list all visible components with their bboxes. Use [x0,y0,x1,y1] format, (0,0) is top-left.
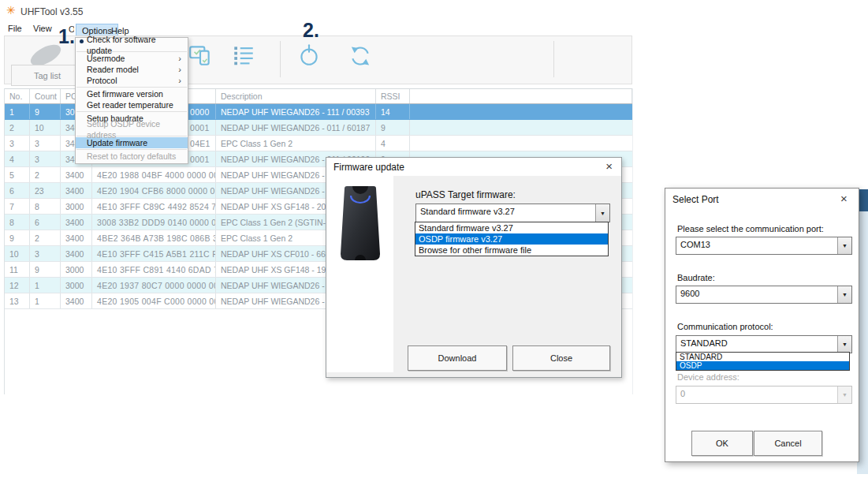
cell-count: 2 [30,167,61,182]
cell-no: 4 [5,151,30,166]
cell-filler [410,104,632,119]
cell-epc: 3008 33B2 DDD9 0140 0000 0000 [92,215,216,230]
cell-rssi: 9 [376,120,410,135]
column-header: Count [30,89,61,103]
cell-count: 9 [30,104,61,119]
menu-view[interactable]: View [33,24,52,33]
column-header: Description [216,89,376,103]
cell-no: 7 [5,199,30,214]
cell-epc: 4E10 3FFF C891 4140 6DAD 7500 [92,262,216,277]
firmware-dialog-titlebar: Firmware update × [326,158,621,176]
menu-item-check-for-software-update[interactable]: Check for software update [76,39,188,50]
cell-filler [410,120,632,135]
firmware-option[interactable]: Browse for other firmware file [415,245,608,256]
cell-count: 10 [30,120,61,135]
close-icon[interactable]: × [605,161,613,172]
tab-tag-list[interactable]: Tag list [11,65,84,86]
port-label: Please select the communication port: [677,224,824,233]
protocol-option[interactable]: STANDARD [676,353,849,361]
menu-separator [76,87,187,88]
cell-count: 1 [30,293,61,308]
chevron-down-icon[interactable]: ▼ [837,237,851,254]
cell-count: 23 [30,183,61,198]
cell-pc: 3400 [61,230,92,245]
cell-no: 5 [5,167,30,182]
cell-no: 11 [5,262,30,277]
protocol-label: Communication protocol: [677,322,773,331]
select-port-dialog: Select Port × Please select the communic… [665,188,859,462]
protocol-combobox[interactable]: STANDARD ▼ [676,335,852,353]
device-address-label: Device address: [677,372,739,382]
cell-desc: EPC Class 1 Gen 2 [216,136,376,151]
reader-image-panel [326,176,393,372]
toolbar-separator [280,41,281,77]
chevron-down-icon[interactable]: ▼ [595,204,609,222]
menu-file[interactable]: File [8,24,22,33]
menu-item-protocol[interactable]: Protocol› [76,75,188,86]
menu-item-reader-model[interactable]: Reader model› [76,64,188,75]
firmware-combo-label: uPASS Target firmware: [415,189,516,200]
protocol-dropdown-list: STANDARDOSDP [676,352,850,371]
cell-pc: 3000 [61,278,92,293]
firmware-option[interactable]: OSDP firmware v3.27 [415,233,608,245]
app-title: UHFTool v3.55 [20,6,83,17]
firmware-option[interactable]: Standard firmware v3.27 [415,222,608,233]
com-port-combobox[interactable]: COM13 ▼ [676,237,852,255]
firmware-combobox[interactable]: Standard firmware v3.27 ▼ [415,204,610,222]
cell-rssi: 14 [376,104,410,119]
upass-reader-image [339,185,382,261]
select-port-title: Select Port [672,194,719,205]
cell-count: 2 [30,230,61,245]
chevron-down-icon[interactable]: ▼ [837,286,851,303]
menu-item-label: Get reader temperature [87,99,173,110]
protocol-option[interactable]: OSDP [676,361,849,370]
cell-epc: 4E20 1937 80C7 0000 0000 0000 [92,278,216,293]
menu-item-reset-to-factory-defaults: Reset to factory defaults [76,151,188,162]
cell-pc: 3000 [61,262,92,277]
download-button[interactable]: Download [408,345,507,371]
power-icon[interactable] [296,43,322,68]
menu-item-get-reader-temperature[interactable]: Get reader temperature [76,99,188,110]
annotation-dot [80,39,84,43]
cancel-button[interactable]: Cancel [754,431,822,456]
device-address-combobox: 0 ▼ [676,386,852,404]
baudrate-combobox[interactable]: 9600 ▼ [676,286,852,304]
cell-epc: 4E20 1904 CFB6 8000 0000 0001 [92,183,216,198]
cell-epc: 4E10 3FFF C415 A5B1 211C F100 [92,246,216,261]
cell-count: 9 [30,262,61,277]
list-icon[interactable] [231,43,256,68]
cell-count: 6 [30,215,61,230]
menu-item-get-firmware-version[interactable]: Get firmware version [76,88,188,99]
firmware-update-dialog: Firmware update × uPASS Target firmware:… [326,157,622,378]
cell-desc: NEDAP UHF WIEGAND26 - 111 / 00393 [216,104,376,119]
cell-pc: 3400 [61,293,92,308]
com-port-value: COM13 [676,237,837,254]
cell-pc: 3400 [61,246,92,261]
cell-no: 2 [5,120,30,135]
menu-item-setup-osdp-device-address: Setup OSDP device address [76,124,188,135]
column-header: No. [5,89,30,103]
devices-icon[interactable] [188,43,213,68]
app-icon: ✳ [6,4,16,17]
close-icon[interactable]: × [840,193,848,204]
submenu-arrow-icon: › [178,53,181,64]
cell-count: 8 [30,199,61,214]
firmware-dialog-title: Firmware update [333,162,404,173]
baudrate-label: Baudrate: [677,273,715,282]
menu-separator [76,149,187,150]
column-header: RSSI [376,89,410,103]
close-button[interactable]: Close [512,345,610,371]
cell-epc: 4E10 3FFF C89C 4492 8524 7500 [92,199,216,214]
baudrate-value: 9600 [676,286,837,303]
cell-pc: 3400 [61,215,92,230]
cell-count: 3 [30,246,61,261]
ok-button[interactable]: OK [691,431,753,456]
options-menu: Check for software updateUsermode›Reader… [75,37,188,164]
submenu-arrow-icon: › [178,75,181,86]
cell-pc: 3000 [61,199,92,214]
firmware-dropdown-list: Standard firmware v3.27OSDP firmware v3.… [415,222,609,256]
refresh-icon[interactable] [348,44,372,68]
chevron-down-icon[interactable]: ▼ [837,336,851,353]
cell-desc: NEDAP UHF WIEGAND26 - 011 / 60187 [216,120,376,135]
protocol-value: STANDARD [676,336,837,353]
